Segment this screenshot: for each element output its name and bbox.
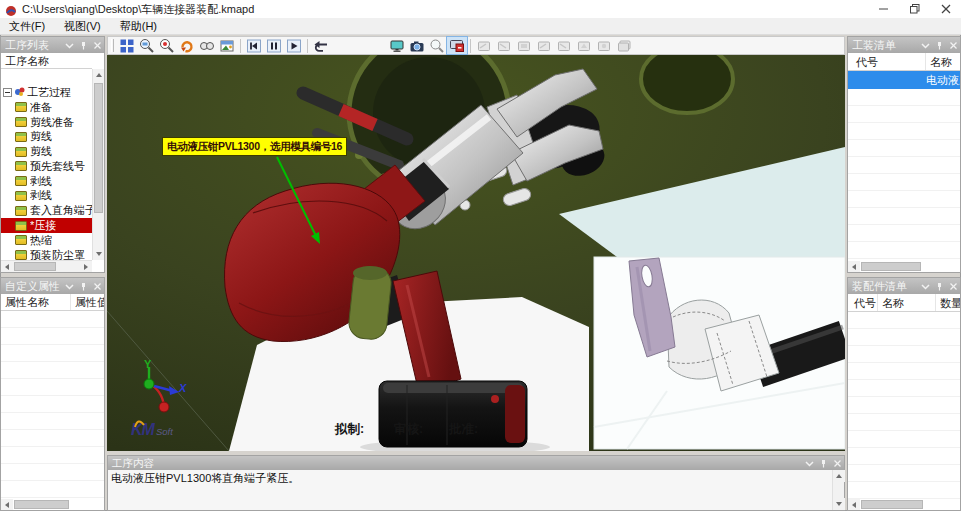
restore-button[interactable] (899, 0, 930, 18)
process-tree-item[interactable]: 剪线准备 (1, 115, 92, 130)
process-tree-item[interactable]: 剥线 (1, 174, 92, 189)
pause-button[interactable] (264, 37, 284, 54)
process-content-titlebar[interactable]: 工序内容 (108, 456, 844, 470)
assembly-parts-titlebar[interactable]: 装配件清单 (848, 278, 960, 294)
pin-icon[interactable] (934, 40, 944, 50)
tree-horizontal-scrollbar[interactable] (1, 260, 92, 272)
signature-prepared: 拟制: (335, 421, 364, 438)
tooling-list-titlebar[interactable]: 工装清单 (848, 37, 960, 53)
disabled-tool-button (614, 37, 634, 54)
process-list-titlebar[interactable]: 工序列表 (1, 37, 104, 53)
process-content-title: 工序内容 (112, 457, 154, 469)
window-title: C:\Users\qiang\Desktop\车辆连接器装配.kmapd (22, 2, 254, 17)
tooling-header: 代号 名称 (848, 53, 960, 71)
close-icon[interactable] (948, 40, 958, 50)
fit-view-button[interactable] (117, 37, 137, 54)
view-toolbar (107, 36, 845, 55)
tooling-list-title: 工装清单 (852, 39, 896, 51)
green-connector-cylinder (347, 265, 392, 341)
disabled-tool-button (594, 37, 614, 54)
custom-properties-titlebar[interactable]: 自定义属性 (1, 278, 104, 294)
process-tree-item[interactable]: 预先套线号 (1, 159, 92, 174)
zoom-window-button[interactable] (137, 37, 157, 54)
pin-icon[interactable] (78, 281, 88, 291)
close-button[interactable] (930, 0, 961, 18)
panel-menu-icon[interactable] (64, 40, 74, 50)
menu-help[interactable]: 帮助(H) (120, 19, 157, 34)
menu-file[interactable]: 文件(F) (9, 19, 45, 34)
process-step-icon (15, 191, 27, 201)
process-step-icon (15, 147, 27, 157)
camera-snapshot-button[interactable] (407, 37, 427, 54)
panel-side-hole (641, 55, 733, 113)
tooling-empty-rows (848, 89, 960, 259)
app-icon (5, 3, 17, 15)
disabled-tool-button (514, 37, 534, 54)
application-window: C:\Users\qiang\Desktop\车辆连接器装配.kmapd 文件(… (0, 0, 961, 511)
process-step-icon (15, 250, 27, 260)
rotate-view-button[interactable] (177, 37, 197, 54)
assembly-header: 代号 名称 数量 (848, 294, 960, 312)
pin-icon[interactable] (818, 458, 828, 468)
close-icon[interactable] (92, 40, 102, 50)
panel-menu-icon[interactable] (804, 458, 814, 468)
process-tree: 工艺过程 准备 剪线准备 剪线 剪线 预先套线号 剥线 剥线 套入直角端子 *压… (1, 85, 92, 260)
process-step-icon (15, 132, 27, 142)
process-content-panel: 工序内容 电动液压钳PVL1300将直角端子紧压。 (107, 455, 845, 511)
content-vertical-scrollbar[interactable] (832, 470, 844, 510)
menu-view[interactable]: 视图(V) (64, 19, 101, 34)
process-tree-item[interactable]: 预装防尘罩 (1, 248, 92, 260)
panel-menu-icon[interactable] (64, 281, 74, 291)
process-step-icon (15, 161, 27, 171)
disabled-tool-button (554, 37, 574, 54)
close-icon[interactable] (948, 281, 958, 291)
close-icon[interactable] (92, 281, 102, 291)
process-root-icon (14, 86, 25, 99)
process-tree-item[interactable]: 套入直角端子 (1, 203, 92, 218)
step-backward-button[interactable] (244, 37, 264, 54)
properties-header: 属性名称 属性值 (1, 294, 104, 311)
process-tree-item[interactable]: 剪线 (1, 144, 92, 159)
signature-approved: 批准: (449, 421, 478, 438)
toolbar-grip[interactable] (111, 39, 114, 52)
process-list-panel: 工序列表 工序名称 工艺过程 准备 剪线准备 剪线 剪线 预 (0, 36, 105, 273)
tooling-row-selected[interactable]: 电动液压钳 (848, 71, 960, 89)
3d-viewport[interactable]: 电动液压钳PVL1300，选用模具编号16 拟制: 审核: 批准: X Y KM… (107, 55, 845, 451)
menu-bar: 文件(F) 视图(V) 帮助(H) (0, 18, 961, 35)
process-step-icon (15, 206, 27, 216)
process-tree-item[interactable]: 剥线 (1, 189, 92, 204)
zoom-region-button[interactable] (427, 37, 447, 54)
close-icon[interactable] (832, 458, 842, 468)
properties-empty-rows (1, 311, 104, 498)
collapse-icon[interactable] (3, 88, 12, 97)
assembly-empty-rows (848, 312, 960, 499)
annotation-display-button[interactable] (447, 37, 467, 54)
pin-icon[interactable] (78, 40, 88, 50)
minimize-button[interactable] (868, 0, 899, 18)
process-tree-root[interactable]: 工艺过程 (1, 85, 92, 100)
process-step-icon (15, 221, 27, 231)
play-button[interactable] (284, 37, 304, 54)
pin-icon[interactable] (934, 281, 944, 291)
zoom-dynamic-button[interactable] (157, 37, 177, 54)
capture-image-button[interactable] (217, 37, 237, 54)
terminal-detail-inset (594, 257, 845, 449)
reset-view-button[interactable] (311, 37, 331, 54)
process-tree-item[interactable]: 剪线 (1, 129, 92, 144)
center-area: 电动液压钳PVL1300，选用模具编号16 拟制: 审核: 批准: X Y KM… (107, 36, 845, 511)
process-tree-item-selected[interactable]: *压接 (1, 218, 92, 233)
process-list-header: 工序名称 (1, 53, 92, 69)
annotation-label[interactable]: 电动液压钳PVL1300，选用模具编号16 (162, 137, 347, 156)
tree-vertical-scrollbar[interactable] (92, 69, 104, 260)
display-monitor-button[interactable] (387, 37, 407, 54)
process-content-text: 电动液压钳PVL1300将直角端子紧压。 (111, 471, 299, 486)
disabled-tool-button (474, 37, 494, 54)
3d-scene (107, 55, 845, 451)
process-tree-item[interactable]: 准备 (1, 100, 92, 115)
assembly-parts-panel: 装配件清单 代号 名称 数量 (847, 277, 961, 511)
panel-menu-icon[interactable] (920, 40, 930, 50)
process-tree-item[interactable]: 热缩 (1, 233, 92, 248)
pan-view-button[interactable] (197, 37, 217, 54)
panel-menu-icon[interactable] (920, 281, 930, 291)
process-step-icon (15, 117, 27, 127)
